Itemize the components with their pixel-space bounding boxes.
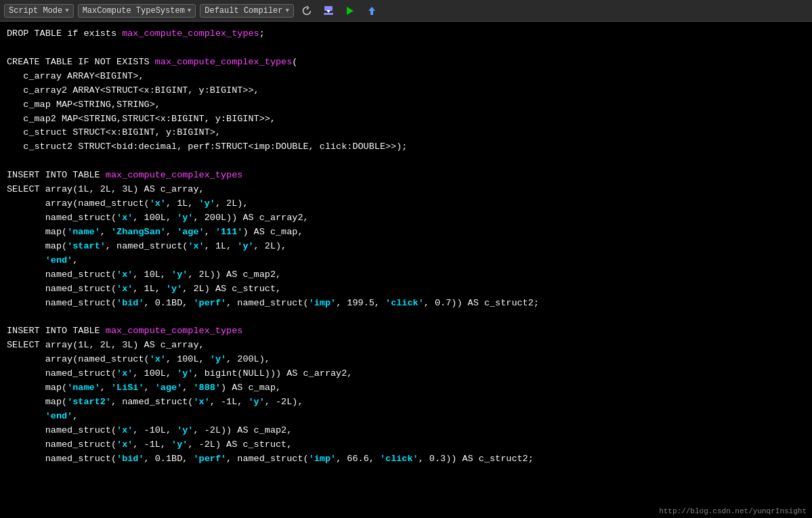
- compiler-label: Default Compiler: [205, 6, 282, 16]
- svg-marker-2: [326, 10, 330, 13]
- refresh-icon[interactable]: [298, 3, 316, 19]
- download-icon[interactable]: [320, 3, 337, 19]
- compiler-dropdown[interactable]: Default Compiler ▼: [200, 4, 294, 18]
- script-mode-dropdown[interactable]: Script Mode ▼: [4, 4, 74, 18]
- upload-icon[interactable]: [363, 3, 381, 19]
- script-mode-arrow: ▼: [65, 7, 68, 14]
- svg-marker-3: [347, 7, 354, 15]
- svg-rect-0: [324, 13, 333, 15]
- type-system-arrow: ▼: [188, 7, 191, 14]
- run-icon[interactable]: [341, 3, 359, 19]
- code-editor[interactable]: DROP TABLE if exists max_compute_complex…: [0, 22, 812, 518]
- type-system-label: MaxCompute TypeSystem: [83, 6, 185, 16]
- script-mode-label: Script Mode: [9, 6, 62, 16]
- svg-marker-4: [368, 7, 375, 15]
- toolbar: Script Mode ▼ MaxCompute TypeSystem ▼ De…: [0, 0, 812, 22]
- type-system-dropdown[interactable]: MaxCompute TypeSystem ▼: [78, 4, 196, 18]
- svg-rect-1: [324, 6, 333, 11]
- compiler-arrow: ▼: [285, 7, 289, 14]
